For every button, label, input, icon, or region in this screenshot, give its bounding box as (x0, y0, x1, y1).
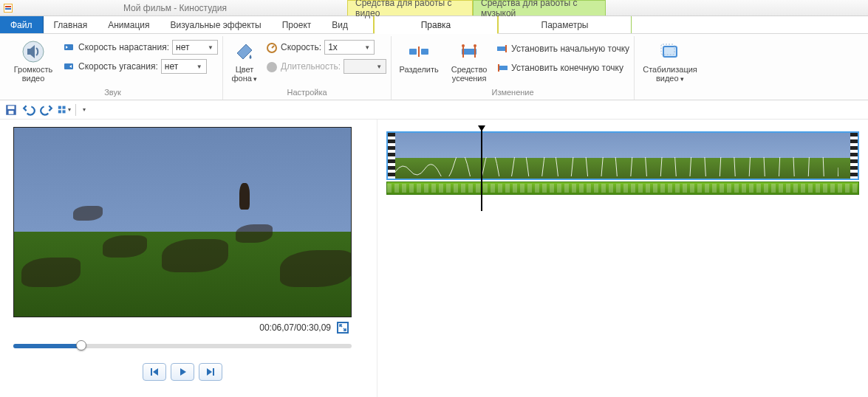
quick-access-toolbar: ▾ ▾ (0, 100, 868, 120)
speaker-icon (21, 40, 45, 63)
contextual-tab-music-tools[interactable]: Средства для работы с музыкой (473, 0, 606, 15)
video-volume-button[interactable]: Громкость видео (7, 38, 59, 85)
next-frame-button[interactable] (199, 363, 222, 381)
save-button[interactable] (4, 103, 18, 117)
qat-customize-button[interactable]: ▾ (81, 103, 88, 117)
set-start-point-button[interactable]: Установить начальную точку (496, 41, 629, 57)
stabilize-video-button[interactable]: Стабилизация видео (639, 38, 701, 86)
svg-rect-15 (497, 46, 505, 51)
svg-rect-2 (5, 6, 11, 7)
duration-row: Длительность: ▼ (266, 58, 386, 75)
film-sprocket-left (388, 133, 395, 179)
app-icon (0, 0, 16, 15)
ribbon-group-edit: Разделить Средство усечения Установить н… (392, 36, 635, 100)
clip-waveform (395, 157, 838, 176)
svg-rect-5 (64, 44, 73, 50)
svg-rect-25 (63, 110, 66, 113)
svg-rect-3 (5, 8, 11, 10)
svg-rect-21 (9, 111, 14, 114)
speed-icon (266, 41, 278, 53)
film-sprocket-right (850, 133, 858, 179)
timeline[interactable] (386, 131, 859, 195)
video-clip[interactable] (395, 133, 850, 179)
thumbnail-size-button[interactable]: ▾ (58, 103, 71, 117)
fade-in-row: Скорость нарастания: нет▼ (64, 39, 218, 55)
background-color-button[interactable]: Цвет фона (228, 38, 262, 86)
svg-rect-22 (58, 106, 61, 109)
stabilize-icon (658, 40, 682, 63)
fade-in-combo[interactable]: нет▼ (172, 40, 218, 55)
svg-rect-6 (64, 63, 73, 69)
svg-rect-24 (58, 110, 61, 113)
audio-track[interactable] (386, 182, 859, 195)
ribbon-group-settings: Цвет фона Скорость: 1x▼ Длительност (223, 36, 392, 100)
paint-bucket-icon (233, 40, 256, 63)
split-icon (407, 40, 431, 63)
ribbon-group-stabilize: Стабилизация видео (635, 36, 705, 100)
timeline-pane (377, 120, 868, 397)
svg-rect-20 (8, 106, 15, 109)
transport-controls (13, 363, 352, 381)
tab-view[interactable]: Вид (321, 16, 358, 33)
preview-pane: 00:06,07/00:30,09 (0, 120, 377, 397)
speed-combo[interactable]: 1x▼ (324, 40, 375, 55)
redo-button[interactable] (40, 103, 53, 117)
tab-options[interactable]: Параметры (499, 16, 631, 33)
undo-button[interactable] (22, 103, 35, 117)
play-button[interactable] (171, 363, 194, 381)
fade-out-icon (64, 61, 75, 72)
svg-rect-10 (421, 49, 428, 55)
video-preview[interactable] (13, 127, 352, 317)
prev-frame-button[interactable] (143, 363, 166, 381)
svg-rect-16 (499, 66, 508, 70)
trim-tool-button[interactable]: Средство усечения (446, 38, 492, 85)
speed-row: Скорость: 1x▼ (266, 39, 386, 55)
seek-bar[interactable] (13, 344, 352, 348)
svg-rect-9 (409, 49, 417, 55)
svg-rect-23 (63, 106, 66, 109)
duration-icon (266, 61, 278, 72)
video-track[interactable] (386, 131, 859, 180)
svg-rect-26 (151, 368, 152, 376)
svg-point-13 (462, 44, 465, 47)
set-end-icon (496, 62, 508, 74)
svg-rect-27 (213, 368, 214, 376)
svg-point-14 (474, 44, 476, 47)
tab-file[interactable]: Файл (0, 16, 44, 33)
timecode-row: 00:06,07/00:30,09 (13, 317, 352, 334)
timecode: 00:06,07/00:30,09 (259, 322, 331, 333)
ribbon-tab-strip: Файл Главная Анимация Визуальные эффекты… (0, 16, 868, 34)
contextual-tab-video-tools[interactable]: Средства для работы с видео (347, 0, 473, 15)
title-bar: Мой фильм - Киностудия Средства для рабо… (0, 0, 868, 16)
ribbon-group-sound: Громкость видео Скорость нарастания: нет… (3, 36, 223, 100)
window-title: Мой фильм - Киностудия (16, 0, 334, 15)
fade-in-icon (64, 41, 75, 53)
svg-rect-11 (418, 46, 420, 57)
tab-project[interactable]: Проект (272, 16, 322, 33)
tab-home[interactable]: Главная (44, 16, 98, 33)
tab-edit[interactable]: Правка (374, 16, 498, 34)
fullscreen-button[interactable] (337, 322, 349, 334)
playhead[interactable] (481, 127, 482, 211)
set-end-point-button[interactable]: Установить конечную точку (496, 60, 629, 76)
workspace: 00:06,07/00:30,09 (0, 120, 868, 397)
fade-out-combo[interactable]: нет▼ (161, 59, 207, 74)
fade-out-row: Скорость угасания: нет▼ (64, 58, 218, 75)
tab-animation[interactable]: Анимация (98, 16, 160, 33)
split-button[interactable]: Разделить (396, 38, 442, 76)
tab-visual-effects[interactable]: Визуальные эффекты (160, 16, 272, 33)
set-start-icon (496, 43, 508, 55)
ribbon: Громкость видео Скорость нарастания: нет… (0, 34, 868, 100)
duration-combo: ▼ (344, 59, 386, 74)
trim-icon (457, 40, 481, 63)
